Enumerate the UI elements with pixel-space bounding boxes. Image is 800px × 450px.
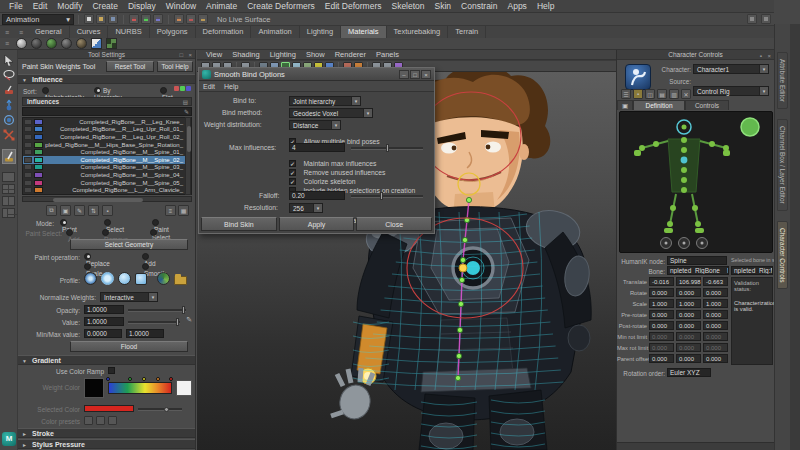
ramp-brush-icon[interactable] [157, 272, 170, 285]
select-tool-icon[interactable] [2, 53, 16, 66]
tab-controls[interactable]: Controls [685, 100, 729, 110]
shelf-tab-texturebaking[interactable]: Texturebaking [387, 26, 449, 38]
weight-distribution-dropdown[interactable]: Distance▾ [289, 120, 341, 130]
attr-cell-pre-rotate-2[interactable]: 0.000 [703, 310, 728, 319]
menu-item-file[interactable]: File [4, 0, 28, 13]
bone-field[interactable]: npleted_RigBone__M__Spine_01 [667, 266, 729, 275]
checker-texture-icon[interactable] [106, 38, 117, 49]
toggle-attribute-editor-icon[interactable] [747, 14, 757, 24]
select-geometry-button[interactable]: Select Geometry [70, 239, 188, 250]
make-live-icon[interactable] [174, 14, 184, 24]
menu-item-modify[interactable]: Modify [52, 0, 87, 13]
hik-load-icon[interactable]: ▤ [657, 89, 667, 99]
max-value-field[interactable]: 1.0000 [126, 329, 164, 338]
bind-skin-button[interactable]: Bind Skin [201, 217, 277, 231]
menu-item-display[interactable]: Display [123, 0, 161, 13]
current-tool-paint-skin-weights-icon[interactable] [2, 149, 16, 164]
attr-cell-pre-rotate-1[interactable]: 0.000 [676, 310, 701, 319]
browse-brush-folder-icon[interactable] [174, 276, 187, 285]
bind-to-dropdown[interactable]: Joint hierarchy▾ [289, 96, 361, 106]
character-definition-map[interactable] [619, 111, 773, 253]
influence-row[interactable]: _Completed_RigBone__M__Hips_Base_Spine_R… [23, 141, 191, 149]
shelf-tab-general[interactable]: General [28, 26, 70, 38]
save-scene-icon[interactable] [108, 14, 118, 24]
construction-history-icon[interactable] [186, 14, 196, 24]
menuset-dropdown[interactable]: Animation ▾ [2, 14, 74, 25]
viewport-menu-view[interactable]: View [201, 50, 227, 59]
influence-color-swatch[interactable] [34, 187, 43, 193]
lasso-select-tool-icon[interactable] [2, 68, 16, 81]
shelf-options-icon[interactable]: ≡ [14, 28, 28, 38]
attr-cell-scale-1[interactable]: 1.000 [676, 299, 701, 308]
source-dropdown[interactable]: Control Rig▾ [693, 86, 769, 96]
influences-horizontal-scrollbar[interactable] [22, 196, 192, 202]
opacity-slider[interactable] [128, 309, 186, 312]
attr-cell-parent-offset-r-0[interactable]: 0.000 [649, 354, 674, 363]
influence-color-swatch[interactable] [34, 180, 43, 186]
falloff-slider[interactable] [351, 195, 423, 198]
attr-cell-post-rotate-1[interactable]: 0.000 [676, 321, 701, 330]
humanik-node-field[interactable]: Spine [667, 256, 727, 265]
lock-weights-icon[interactable]: ▣ [60, 205, 71, 216]
bind-method-dropdown[interactable]: Geodesic Voxel▾ [289, 108, 373, 118]
selected-color-slider[interactable] [138, 408, 182, 411]
hik-delete-icon[interactable]: ✕ [681, 89, 691, 99]
normalize-weights-dropdown[interactable]: Interactive▾ [100, 292, 158, 302]
swap-influences-icon[interactable]: ⇅ [88, 205, 99, 216]
ramp-handle-yellow[interactable] [142, 377, 146, 381]
snap-point-icon[interactable] [153, 14, 163, 24]
lambert-material-icon[interactable] [61, 38, 72, 49]
shelf-menu-icon[interactable]: ≡ [0, 28, 14, 38]
rotate-tool-icon[interactable] [2, 113, 16, 126]
pin-icon[interactable]: ▪ [760, 51, 762, 61]
minimize-icon[interactable]: – [399, 70, 409, 79]
medium-brush-icon[interactable] [101, 272, 114, 285]
list-view-icon[interactable]: ≡ [165, 205, 176, 216]
side-tab-character-controls[interactable]: Character Controls [777, 221, 788, 290]
influence-color-swatch[interactable] [34, 149, 43, 155]
attr-cell-pre-rotate-0[interactable]: 0.000 [649, 310, 674, 319]
influence-row[interactable]: _Completed_RigBone__M__Spine_03 [23, 164, 191, 172]
attr-cell-parent-offset-r-2[interactable]: 0.000 [703, 354, 728, 363]
viewport-menu-shading[interactable]: Shading [227, 50, 265, 59]
reset-tool-button[interactable]: Reset Tool [106, 61, 154, 72]
toggle-toolsettings-icon[interactable] [761, 14, 771, 24]
maximize-icon[interactable]: □ [410, 70, 420, 79]
hik-save-icon[interactable]: ▥ [669, 89, 679, 99]
influence-row[interactable]: _Completed_RigBone__M__Spine_04 [23, 171, 191, 179]
influence-color-swatch[interactable] [34, 164, 43, 170]
menu-item-skeleton[interactable]: Skeleton [386, 0, 429, 13]
attr-cell-post-rotate-2[interactable]: 0.000 [703, 321, 728, 330]
color-ramp[interactable] [108, 382, 172, 394]
pencil-icon[interactable]: ✎ [186, 316, 192, 324]
menu-item-animate[interactable]: Animate [201, 0, 242, 13]
influence-color-swatch[interactable] [34, 142, 43, 148]
value-field[interactable]: 1.0000 [84, 317, 124, 326]
close-icon[interactable]: × [421, 70, 431, 79]
attr-cell-scale-0[interactable]: 1.000 [649, 299, 674, 308]
menu-item-edit[interactable]: Edit [28, 0, 53, 13]
min-value-field[interactable]: 0.0000 [84, 329, 122, 338]
influence-search-input[interactable]: ✎ [22, 107, 192, 116]
hik-skeleton-icon[interactable]: ☰ [621, 89, 631, 99]
hik-mirror-icon[interactable]: ◫ [645, 89, 655, 99]
menu-item-create[interactable]: Create [87, 0, 123, 13]
ramp-handle-red[interactable] [169, 377, 173, 381]
dialog-menu-help[interactable]: Help [224, 83, 238, 90]
falloff-field[interactable]: 0.20 [289, 191, 345, 200]
shelf-tab-deformation[interactable]: Deformation [196, 26, 252, 38]
attr-cell-scale-2[interactable]: 1.000 [703, 299, 728, 308]
phong-material-icon[interactable] [76, 38, 87, 49]
influence-row[interactable]: _Completed_RigBone__R__Leg_Upr_Roll_01 [23, 126, 191, 134]
tab-definition[interactable]: Definition [633, 100, 685, 110]
menu-item-window[interactable]: Window [161, 0, 201, 13]
hard-brush-icon[interactable] [118, 272, 131, 285]
ramp-handle-blue[interactable] [106, 377, 110, 381]
layout-persp-outliner-icon[interactable] [2, 208, 15, 218]
shelf-tab-nurbs[interactable]: NURBS [108, 26, 149, 38]
side-tab-channel-box-layer-editor[interactable]: Channel Box / Layer Editor [777, 119, 788, 211]
soft-brush-icon[interactable] [84, 272, 97, 285]
menu-item-create-deformers[interactable]: Create Deformers [242, 0, 320, 13]
blinn-material-icon[interactable] [31, 38, 42, 49]
square-brush-icon[interactable] [135, 273, 147, 285]
